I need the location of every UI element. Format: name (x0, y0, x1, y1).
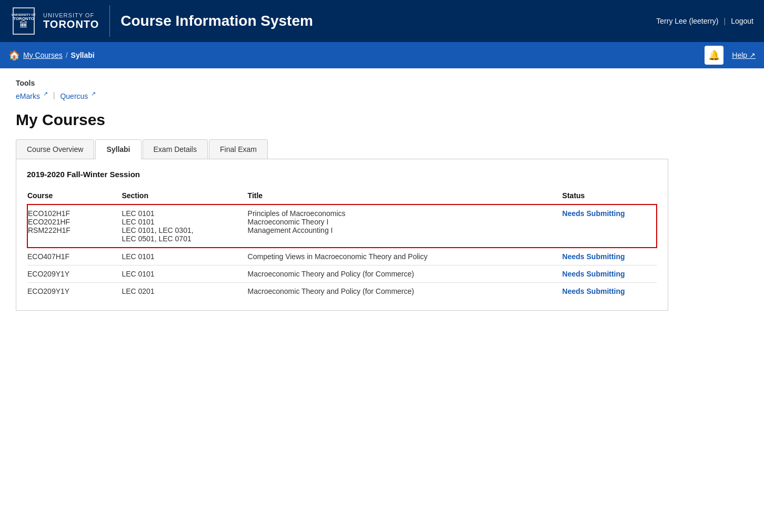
table-row: ECO209Y1Y LEC 0201 Macroeconomic Theory … (27, 282, 657, 300)
tools-divider: | (53, 91, 55, 99)
col-header-course: Course (27, 187, 122, 204)
notifications-button[interactable]: 🔔 (705, 46, 723, 65)
logout-button[interactable]: Logout (731, 17, 753, 25)
table-body: ECO102H1F ECO2021HF RSM222H1F LEC 0101 L… (27, 204, 657, 300)
syllabi-table-container: 2019-2020 Fall-Winter Session Course Sec… (16, 159, 668, 311)
table-row: ECO407H1F LEC 0101 Competing Views in Ma… (27, 248, 657, 265)
breadcrumb-separator: / (66, 51, 68, 59)
course-cell: ECO209Y1Y (27, 282, 122, 300)
main-content: Tools eMarks ↗ | Quercus ↗ My Courses Co… (0, 68, 684, 321)
course-tabs: Course Overview Syllabi Exam Details Fin… (16, 139, 668, 159)
col-header-status: Status (562, 187, 657, 204)
breadcrumb-my-courses[interactable]: My Courses (23, 51, 63, 59)
status-cell: Needs Submitting (562, 248, 657, 265)
status-needs-submitting-2[interactable]: Needs Submitting (562, 252, 625, 261)
course-cell: ECO102H1F ECO2021HF RSM222H1F (27, 204, 122, 248)
title-cell: Macroeconomic Theory and Policy (for Com… (248, 265, 562, 282)
highlighted-group-row-1: ECO102H1F ECO2021HF RSM222H1F LEC 0101 L… (27, 204, 657, 248)
section-cell: LEC 0101 LEC 0101 LEC 0101, LEC 0301, LE… (122, 204, 247, 248)
emarks-link[interactable]: eMarks ↗ (16, 90, 48, 100)
table-header-row: Course Section Title Status (27, 187, 657, 204)
page-header: UNIVERSITY OF TORONTO 🏛 UNIVERSITY OF TO… (0, 0, 764, 42)
toronto-label: TORONTO (43, 18, 99, 30)
course-cell: ECO407H1F (27, 248, 122, 265)
emarks-ext-icon: ↗ (43, 90, 48, 97)
quercus-ext-icon: ↗ (91, 90, 96, 97)
status-needs-submitting-1[interactable]: Needs Submitting (562, 209, 625, 218)
status-cell: Needs Submitting (562, 204, 657, 248)
svg-text:🏛: 🏛 (19, 20, 28, 29)
tab-final-exam[interactable]: Final Exam (209, 139, 268, 159)
tools-section: Tools eMarks ↗ | Quercus ↗ (16, 79, 668, 100)
home-icon[interactable]: 🏠 (8, 49, 20, 61)
tab-syllabi[interactable]: Syllabi (95, 139, 141, 159)
university-logo: UNIVERSITY OF TORONTO 🏛 UNIVERSITY OF TO… (11, 5, 110, 37)
tab-course-overview[interactable]: Course Overview (16, 139, 94, 159)
username-label: Terry Lee (leeterry) (656, 17, 718, 25)
status-cell: Needs Submitting (562, 265, 657, 282)
courses-table: Course Section Title Status ECO102H1F EC… (27, 187, 657, 300)
university-name-label: UNIVERSITY OF (43, 12, 99, 18)
course-cell: ECO209Y1Y (27, 265, 122, 282)
status-needs-submitting-4[interactable]: Needs Submitting (562, 287, 625, 295)
tools-label: Tools (16, 79, 668, 87)
col-header-title: Title (248, 187, 562, 204)
system-title: Course Information System (120, 13, 656, 29)
uoft-crest-icon: UNIVERSITY OF TORONTO 🏛 (11, 5, 37, 37)
title-cell: Competing Views in Macroeconomic Theory … (248, 248, 562, 265)
title-cell: Macroeconomic Theory and Policy (for Com… (248, 282, 562, 300)
tab-exam-details[interactable]: Exam Details (143, 139, 208, 159)
quercus-link[interactable]: Quercus ↗ (60, 90, 96, 100)
help-link[interactable]: Help ↗ (732, 51, 756, 59)
user-info: Terry Lee (leeterry) | Logout (656, 17, 753, 25)
navigation-bar: 🏠 My Courses / Syllabi 🔔 Help ↗ (0, 42, 764, 68)
breadcrumb-current: Syllabi (71, 51, 95, 59)
page-title: My Courses (16, 111, 668, 129)
tools-links: eMarks ↗ | Quercus ↗ (16, 90, 668, 100)
section-cell: LEC 0201 (122, 282, 247, 300)
section-cell: LEC 0101 (122, 248, 247, 265)
navbar-right: 🔔 Help ↗ (705, 46, 756, 65)
session-title: 2019-2020 Fall-Winter Session (27, 170, 657, 179)
status-needs-submitting-3[interactable]: Needs Submitting (562, 270, 625, 278)
col-header-section: Section (122, 187, 247, 204)
table-row: ECO209Y1Y LEC 0101 Macroeconomic Theory … (27, 265, 657, 282)
header-divider: | (724, 17, 726, 25)
section-cell: LEC 0101 (122, 265, 247, 282)
status-cell: Needs Submitting (562, 282, 657, 300)
table-header: Course Section Title Status (27, 187, 657, 204)
breadcrumb: 🏠 My Courses / Syllabi (8, 49, 95, 61)
title-cell: Principles of Macroeconomics Macroeconom… (248, 204, 562, 248)
